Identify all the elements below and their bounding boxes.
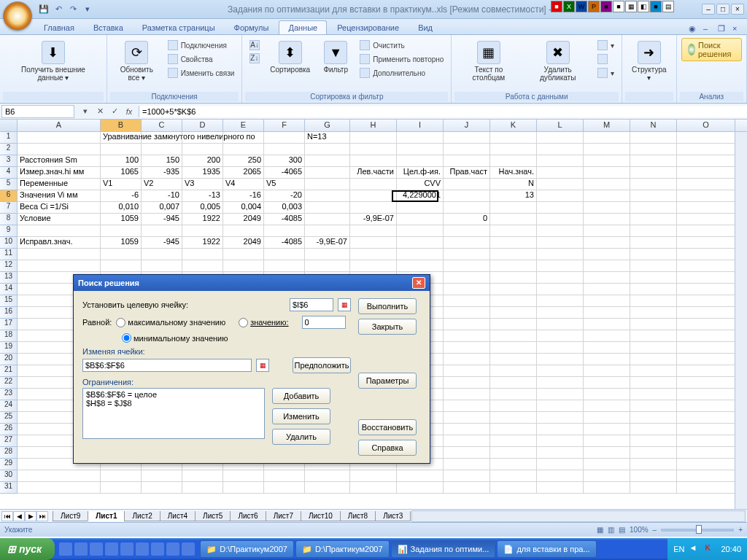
- cell-O25[interactable]: [677, 412, 735, 424]
- col-J[interactable]: J: [444, 120, 490, 131]
- cell-J13[interactable]: [444, 272, 490, 284]
- cell-B4[interactable]: 1065: [101, 167, 142, 179]
- cell-O16[interactable]: [677, 307, 735, 319]
- constraint-item[interactable]: $B$6:$F$6 = целое: [86, 390, 261, 399]
- cell-G8[interactable]: [305, 214, 350, 225]
- target-ref-button[interactable]: ▦: [338, 298, 351, 311]
- cell-A8[interactable]: Условие: [18, 214, 101, 225]
- sheet-tab[interactable]: Лист1: [88, 511, 125, 521]
- cell-K5[interactable]: N: [490, 179, 537, 190]
- cell-O24[interactable]: [677, 400, 735, 412]
- cell-H31[interactable]: [350, 482, 397, 494]
- cell-O8[interactable]: [677, 214, 735, 225]
- cell-J11[interactable]: [444, 249, 490, 260]
- cell-J16[interactable]: [444, 307, 490, 319]
- cell-K14[interactable]: [490, 284, 537, 295]
- cell-M8[interactable]: [584, 214, 630, 225]
- cell-D2[interactable]: [182, 144, 223, 155]
- cell-M15[interactable]: [584, 295, 630, 307]
- view-layout-icon[interactable]: ▥: [608, 526, 614, 534]
- col-M[interactable]: M: [584, 120, 630, 131]
- cell-H10[interactable]: [350, 237, 397, 249]
- cell-A1[interactable]: [18, 132, 101, 144]
- cell-A7[interactable]: Веса Ci =1/Si: [18, 202, 101, 214]
- cell-H4[interactable]: Лев.части: [350, 167, 397, 179]
- outline-button[interactable]: ➜ Структура ▾: [627, 38, 672, 85]
- cell-G2[interactable]: [305, 144, 350, 155]
- cell-N9[interactable]: [630, 225, 677, 237]
- cell-B12[interactable]: [101, 260, 142, 272]
- cell-K30[interactable]: [490, 470, 537, 482]
- cell-N28[interactable]: [630, 447, 677, 459]
- cell-C4[interactable]: -935: [142, 167, 182, 179]
- formula-input[interactable]: [139, 106, 747, 117]
- cell-L7[interactable]: [537, 202, 584, 214]
- cell-O12[interactable]: [677, 260, 735, 272]
- cell-L21[interactable]: [537, 365, 584, 377]
- cell-F6[interactable]: -20: [264, 190, 305, 202]
- lang-indicator[interactable]: EN: [673, 545, 684, 553]
- sheet-first-icon[interactable]: ⏮: [1, 511, 13, 521]
- cell-N12[interactable]: [630, 260, 677, 272]
- cell-K26[interactable]: [490, 424, 537, 435]
- cell-L11[interactable]: [537, 249, 584, 260]
- dialog-titlebar[interactable]: Поиск решения ✕: [74, 275, 430, 291]
- col-D[interactable]: D: [182, 120, 223, 131]
- cell-F1[interactable]: [264, 132, 305, 144]
- cell-D11[interactable]: [182, 249, 223, 260]
- cell-L5[interactable]: [537, 179, 584, 190]
- row-header[interactable]: 10: [0, 237, 18, 249]
- cell-D31[interactable]: [182, 482, 223, 494]
- cell-N20[interactable]: [630, 354, 677, 365]
- row-header[interactable]: 12: [0, 260, 18, 272]
- kaspersky-icon[interactable]: K: [705, 543, 716, 555]
- cell-J15[interactable]: [444, 295, 490, 307]
- cell-I1[interactable]: [397, 132, 444, 144]
- cell-M9[interactable]: [584, 225, 630, 237]
- cell-A30[interactable]: [18, 470, 101, 482]
- cell-O21[interactable]: [677, 365, 735, 377]
- cell-D9[interactable]: [182, 225, 223, 237]
- tab-home[interactable]: Главная: [35, 21, 83, 34]
- cell-C11[interactable]: [142, 249, 182, 260]
- cell-I7[interactable]: [397, 202, 444, 214]
- cell-O2[interactable]: [677, 144, 735, 155]
- cell-J12[interactable]: [444, 260, 490, 272]
- cell-M31[interactable]: [584, 482, 630, 494]
- cell-L14[interactable]: [537, 284, 584, 295]
- cell-N18[interactable]: [630, 330, 677, 342]
- radio-value[interactable]: значению:: [239, 318, 288, 327]
- cell-G6[interactable]: [305, 190, 350, 202]
- cell-D7[interactable]: 0,005: [182, 202, 223, 214]
- cell-K7[interactable]: [490, 202, 537, 214]
- cell-E31[interactable]: [223, 482, 264, 494]
- params-button[interactable]: Параметры: [358, 373, 417, 389]
- cell-O18[interactable]: [677, 330, 735, 342]
- cell-O6[interactable]: [677, 190, 735, 202]
- cell-G7[interactable]: [305, 202, 350, 214]
- cell-I3[interactable]: [397, 155, 444, 167]
- row-header[interactable]: 15: [0, 295, 18, 307]
- cell-C9[interactable]: [142, 225, 182, 237]
- row-header[interactable]: 31: [0, 482, 18, 494]
- cell-L28[interactable]: [537, 447, 584, 459]
- cell-E2[interactable]: [223, 144, 264, 155]
- doc-minimize-icon[interactable]: –: [703, 24, 713, 34]
- cell-M4[interactable]: [584, 167, 630, 179]
- cell-L10[interactable]: [537, 237, 584, 249]
- cell-L4[interactable]: [537, 167, 584, 179]
- sheet-tab[interactable]: Лист6: [230, 511, 266, 521]
- cell-J29[interactable]: [444, 459, 490, 470]
- cell-K21[interactable]: [490, 365, 537, 377]
- cell-I11[interactable]: [397, 249, 444, 260]
- zoom-value[interactable]: 100%: [630, 526, 649, 534]
- cell-M1[interactable]: [584, 132, 630, 144]
- cell-H8[interactable]: -9,9E-07: [350, 214, 397, 225]
- cell-M23[interactable]: [584, 389, 630, 400]
- cell-M28[interactable]: [584, 447, 630, 459]
- cell-H1[interactable]: [350, 132, 397, 144]
- cell-F9[interactable]: [264, 225, 305, 237]
- cell-J2[interactable]: [444, 144, 490, 155]
- cell-N27[interactable]: [630, 435, 677, 447]
- row-header[interactable]: 19: [0, 342, 18, 354]
